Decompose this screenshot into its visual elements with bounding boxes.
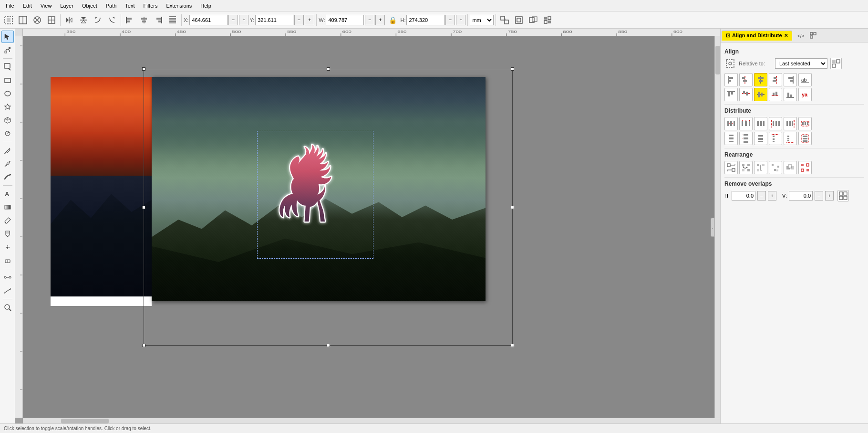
overlap-h-input[interactable] <box>732 191 755 201</box>
y-input[interactable] <box>255 15 293 25</box>
dist-top-edges-btn[interactable] <box>724 132 738 145</box>
tb-align-center[interactable] <box>137 13 151 27</box>
vertical-scrollbar[interactable] <box>714 36 720 418</box>
dist-left-anchor-btn[interactable] <box>769 117 782 130</box>
rect-tool-btn[interactable] <box>1 74 14 86</box>
tb-btn-4[interactable] <box>45 13 58 27</box>
panel-collapse-handle[interactable]: ⋮ <box>711 218 714 237</box>
transform-btn-2[interactable] <box>512 13 526 27</box>
overlap-v-plus[interactable]: + <box>825 191 834 201</box>
select-tool-btn[interactable] <box>1 31 14 43</box>
horizontal-scrollbar[interactable] <box>23 418 720 423</box>
align-distribute-tab[interactable]: ⊡ Align and Distribute ✕ <box>722 31 792 41</box>
menu-object[interactable]: Object <box>78 2 101 10</box>
menu-help[interactable]: Help <box>196 2 215 10</box>
select-transform-btn[interactable] <box>2 13 15 27</box>
flip-horizontal-btn[interactable] <box>62 13 76 27</box>
overlap-v-input[interactable] <box>789 191 813 201</box>
transform-btn-4[interactable] <box>541 13 554 27</box>
transform-btn-3[interactable] <box>527 13 540 27</box>
tb-align-right[interactable] <box>152 13 165 27</box>
canvas-viewport[interactable]: ⋮ <box>23 36 714 418</box>
tb-align-left[interactable] <box>123 13 136 27</box>
align-special-right[interactable] <box>830 58 842 69</box>
star-tool-btn[interactable] <box>1 101 14 113</box>
w-plus[interactable]: + <box>375 15 385 25</box>
randomize-arrange-btn[interactable] <box>769 161 782 174</box>
dist-centers-h-btn[interactable] <box>739 117 753 130</box>
pencil-tool-btn[interactable] <box>1 144 14 157</box>
dist-left-edges-btn[interactable] <box>724 117 738 130</box>
menu-layer[interactable]: Layer <box>56 2 77 10</box>
center-vertical-axis-btn[interactable] <box>754 73 767 86</box>
menu-filters[interactable]: Filters <box>140 2 162 10</box>
overlap-h-plus[interactable]: + <box>768 191 776 201</box>
menu-extensions[interactable]: Extensions <box>162 2 196 10</box>
menu-text[interactable]: Text <box>121 2 138 10</box>
align-text-baseline-btn[interactable]: ab <box>798 73 812 86</box>
main-canvas[interactable] <box>152 77 486 301</box>
align-special-btn[interactable]: ya <box>798 88 812 101</box>
spiral-tool-btn[interactable] <box>1 127 14 140</box>
y-plus[interactable]: + <box>305 15 314 25</box>
align-bottom-anchor-btn[interactable] <box>769 88 782 101</box>
node-tool-btn[interactable] <box>1 44 14 56</box>
tab-icon-2[interactable] <box>807 30 819 41</box>
align-right-edges-btn[interactable] <box>784 73 797 86</box>
handle-bc[interactable] <box>327 344 330 347</box>
exchange-positions-btn[interactable] <box>724 161 738 174</box>
dist-right-edges-btn[interactable] <box>754 117 767 130</box>
zoom-view-btn[interactable] <box>1 301 14 314</box>
align-left-edges-btn[interactable] <box>724 73 738 86</box>
calligraphy-tool-btn[interactable] <box>1 171 14 183</box>
menu-file[interactable]: File <box>2 2 18 10</box>
tb-btn-2[interactable] <box>16 13 30 27</box>
x-plus[interactable]: + <box>239 15 248 25</box>
paint-bucket-btn[interactable] <box>1 228 14 240</box>
overlap-h-minus[interactable]: − <box>757 191 766 201</box>
h-plus[interactable]: + <box>456 15 465 25</box>
align-right-anchor-btn[interactable] <box>769 73 782 86</box>
overlap-apply-btn[interactable] <box>837 190 849 201</box>
tb-btn-3[interactable] <box>31 13 44 27</box>
rotate-90-btn[interactable] <box>91 13 104 27</box>
h-minus[interactable]: − <box>445 15 455 25</box>
tab-icon-1[interactable]: </> <box>795 30 806 41</box>
connector-tool-btn[interactable] <box>1 271 14 284</box>
circle-tool-btn[interactable] <box>1 87 14 100</box>
x-input[interactable] <box>189 15 227 25</box>
align-left-anchor-btn[interactable] <box>739 73 753 86</box>
dropper-tool-btn[interactable] <box>1 214 14 227</box>
x-minus[interactable]: − <box>228 15 238 25</box>
handle-bl[interactable] <box>142 344 145 347</box>
dist-bottom-edges-btn[interactable] <box>754 132 767 145</box>
center-horizontal-axis-btn[interactable] <box>754 88 767 101</box>
gradient-tool-btn[interactable] <box>1 201 14 213</box>
flip-vertical-btn[interactable] <box>77 13 90 27</box>
relative-to-select[interactable]: Last selected First selected Biggest obj… <box>775 58 827 69</box>
align-bottom-edges-btn[interactable] <box>784 88 797 101</box>
handle-tc[interactable] <box>327 67 330 71</box>
special-arrange-btn[interactable] <box>798 161 812 174</box>
dist-bottom-anchor-btn[interactable] <box>784 132 797 145</box>
y-minus[interactable]: − <box>294 15 304 25</box>
text-tool-btn[interactable]: A <box>1 188 14 200</box>
rotate-ccw-btn[interactable] <box>105 13 119 27</box>
dist-right-anchor-btn[interactable] <box>784 117 797 130</box>
layout-arrange-btn[interactable] <box>754 161 767 174</box>
rotate-arrange-btn[interactable] <box>739 161 753 174</box>
overlap-v-minus[interactable]: − <box>815 191 823 201</box>
lock-ratio-btn[interactable]: 🔒 <box>386 13 399 27</box>
spray-tool-btn[interactable] <box>1 241 14 253</box>
remove-overlaps-btn[interactable] <box>784 161 797 174</box>
tb-align-justify[interactable] <box>166 13 179 27</box>
dist-special-v-btn[interactable] <box>798 132 812 145</box>
unit-selector[interactable]: mm <box>470 15 494 25</box>
transform-btn-1[interactable] <box>498 13 511 27</box>
menu-path[interactable]: Path <box>102 2 121 10</box>
handle-tl[interactable] <box>142 67 145 71</box>
menu-edit[interactable]: Edit <box>19 2 36 10</box>
dist-centers-v-btn[interactable] <box>739 132 753 145</box>
pen-tool-btn[interactable] <box>1 158 14 170</box>
eraser-tool-btn[interactable] <box>1 254 14 267</box>
